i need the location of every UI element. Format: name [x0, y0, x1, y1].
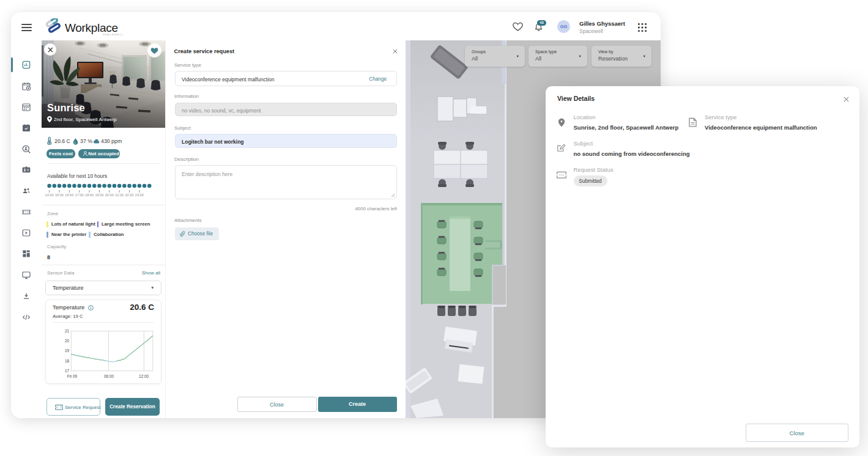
svg-text:14:00: 14:00	[45, 193, 54, 197]
svg-text:Fri 09: Fri 09	[67, 374, 78, 378]
svg-text:17: 17	[65, 369, 70, 373]
svg-text:12:00: 12:00	[139, 374, 149, 378]
svg-text:21: 21	[65, 329, 70, 333]
svg-text:16:00: 16:00	[65, 193, 73, 197]
svg-text:18:00: 18:00	[85, 193, 94, 197]
svg-text:20: 20	[65, 339, 70, 343]
svg-text:06:00: 06:00	[104, 374, 114, 378]
svg-text:19: 19	[65, 348, 70, 353]
svg-text:18: 18	[65, 359, 70, 363]
svg-text:22:00: 22:00	[125, 193, 133, 197]
svg-text:20:00: 20:00	[105, 193, 114, 197]
svg-text:15:00: 15:00	[55, 193, 64, 197]
svg-text:17:00: 17:00	[75, 193, 84, 197]
svg-text:19:00: 19:00	[95, 193, 103, 197]
svg-text:21:00: 21:00	[115, 193, 124, 197]
svg-text:23:00: 23:00	[135, 193, 144, 197]
